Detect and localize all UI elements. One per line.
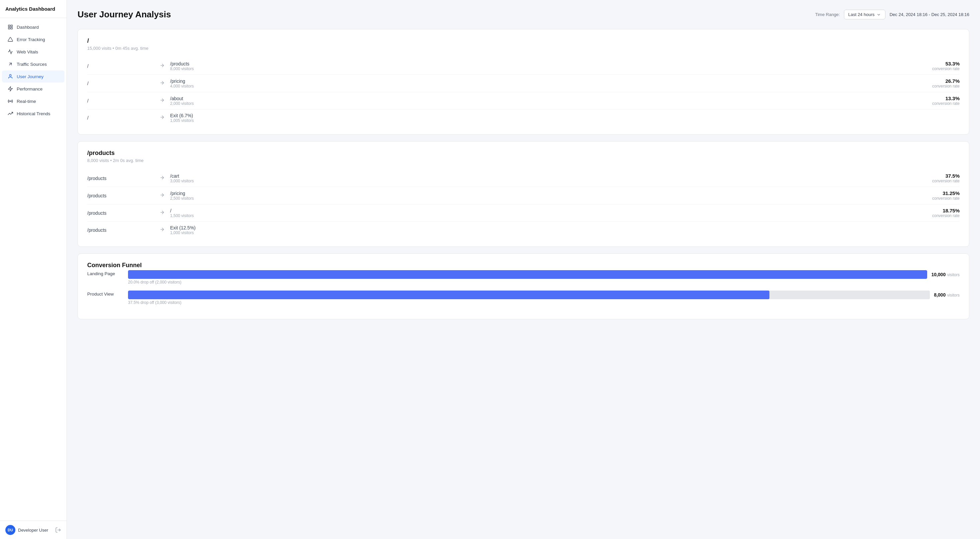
funnel-step-label: Landing Page (87, 271, 124, 276)
funnel-row: Product View 8,000 visitors 37.5% drop o… (87, 290, 959, 305)
arrow-icon (159, 210, 165, 216)
sidebar-item-historical-trends[interactable]: Historical Trends (2, 108, 65, 120)
page-header: User Journey Analysis Time Range: Last 2… (78, 10, 969, 20)
page-title: User Journey Analysis (78, 10, 171, 20)
journey-destination: /about 2,000 visitors (170, 96, 932, 106)
section-subtitle: 8,000 visits • 2m 0s avg. time (87, 158, 959, 163)
funnel-bar-fill (128, 270, 927, 279)
journey-rate: 31.25% conversion rate (932, 190, 959, 201)
avatar: DU (5, 525, 15, 535)
dest-name: /about (170, 96, 932, 101)
main-content: User Journey Analysis Time Range: Last 2… (67, 0, 980, 539)
funnel-card: Conversion Funnel Landing Page 10,000 vi… (78, 254, 969, 319)
funnel-dropoff: 37.5% drop off (3,000 visitors) (128, 300, 959, 305)
journey-row: /products / 1,500 visitors 18.75% conver… (87, 205, 959, 222)
svg-rect-0 (8, 25, 10, 27)
rate-pct: 37.5% (932, 173, 959, 179)
journey-destination: Exit (6.7%) 1,005 visitors (170, 113, 959, 123)
journey-section-products: /products 8,000 visits • 2m 0s avg. time… (78, 141, 969, 247)
rate-pct: 18.75% (932, 208, 959, 213)
triangle-icon (7, 36, 13, 43)
dest-name: /pricing (170, 78, 932, 84)
sidebar-item-dashboard[interactable]: Dashboard (2, 21, 65, 33)
journey-row: /products /cart 3,000 visitors 37.5% con… (87, 170, 959, 187)
chevron-down-icon (877, 13, 881, 17)
time-range-select[interactable]: Last 24 hours (844, 10, 886, 19)
journey-section-root: / 15,000 visits • 0m 45s avg. time / /pr… (78, 29, 969, 135)
journey-rate: 13.3% conversion rate (932, 95, 959, 106)
sidebar-item-error-tracking[interactable]: Error Tracking (2, 33, 65, 45)
rate-label: conversion rate (932, 101, 959, 106)
dest-visitors: 3,000 visitors (170, 179, 932, 183)
journey-row: / Exit (6.7%) 1,005 visitors (87, 109, 959, 126)
sidebar-item-real-time[interactable]: Real-time (2, 95, 65, 107)
nav-label: Traffic Sources (17, 62, 47, 67)
sidebar-footer: DU Developer User (0, 521, 67, 539)
journey-row: / /pricing 4,000 visitors 26.7% conversi… (87, 75, 959, 92)
funnel-visitors: 8,000 visitors (934, 292, 959, 298)
section-title: / (87, 37, 959, 44)
sidebar-item-web-vitals[interactable]: Web Vitals (2, 46, 65, 58)
dest-name: Exit (6.7%) (170, 113, 959, 118)
funnel-visitors-count: 8,000 (934, 292, 946, 298)
dest-visitors: 2,000 visitors (170, 101, 932, 106)
rate-pct: 53.3% (932, 61, 959, 67)
funnel-visitors-count: 10,000 (931, 272, 946, 277)
funnel-dropoff: 20.0% drop off (2,000 visitors) (128, 280, 959, 285)
time-range-value: Last 24 hours (848, 12, 875, 17)
dest-visitors: 1,500 visitors (170, 213, 932, 218)
activity-icon (7, 49, 13, 55)
funnel-bar-row: Landing Page 10,000 visitors (87, 270, 959, 279)
sidebar-title: Analytics Dashboard (0, 0, 67, 18)
section-subtitle: 15,000 visits • 0m 45s avg. time (87, 46, 959, 51)
rate-label: conversion rate (932, 213, 959, 218)
arrow-icon (159, 63, 165, 70)
footer-username: Developer User (18, 528, 48, 533)
journey-rate: 18.75% conversion rate (932, 208, 959, 218)
arrow-icon (159, 192, 165, 199)
dest-name: / (170, 208, 932, 213)
grid-icon (7, 24, 13, 30)
trending-up-icon (7, 111, 13, 117)
funnel-row: Landing Page 10,000 visitors 20.0% drop … (87, 270, 959, 285)
radio-icon (7, 98, 13, 104)
funnel-step-label: Product View (87, 292, 124, 296)
arrow-icon (159, 98, 165, 104)
dest-visitors: 8,000 visitors (170, 67, 932, 71)
dest-visitors: 1,000 visitors (170, 230, 959, 235)
funnel-title: Conversion Funnel (87, 262, 959, 269)
rate-label: conversion rate (932, 84, 959, 89)
date-range: Dec 24, 2024 18:16 - Dec 25, 2024 18:16 (889, 12, 969, 17)
arrow-icon (159, 227, 165, 233)
dest-name: /products (170, 61, 932, 67)
nav-label: Real-time (17, 99, 36, 104)
journey-rate: 53.3% conversion rate (932, 61, 959, 71)
funnel-bar-fill (128, 290, 769, 299)
dest-name: /cart (170, 173, 932, 179)
sidebar-item-user-journey[interactable]: User Journey (2, 70, 65, 82)
journey-destination: /cart 3,000 visitors (170, 173, 932, 183)
rate-pct: 13.3% (932, 95, 959, 101)
svg-marker-5 (8, 87, 13, 91)
svg-point-4 (10, 75, 11, 76)
sidebar-item-traffic-sources[interactable]: Traffic Sources (2, 58, 65, 70)
sidebar-item-performance[interactable]: Performance (2, 83, 65, 95)
funnel-visitors-label: visitors (947, 273, 959, 277)
sidebar: Analytics Dashboard DashboardError Track… (0, 0, 67, 539)
journey-source: / (87, 81, 154, 86)
arrow-icon (159, 175, 165, 182)
arrow-icon (159, 80, 165, 87)
funnel-visitors-label: visitors (947, 293, 959, 298)
user-icon (7, 73, 13, 79)
rate-label: conversion rate (932, 179, 959, 183)
rate-label: conversion rate (932, 196, 959, 201)
journey-row: /products Exit (12.5%) 1,000 visitors (87, 222, 959, 238)
rate-pct: 31.25% (932, 190, 959, 196)
nav-label: Error Tracking (17, 37, 45, 42)
journey-source: / (87, 98, 154, 103)
logout-icon (55, 527, 61, 533)
logout-button[interactable] (55, 527, 61, 533)
svg-rect-1 (11, 25, 13, 27)
dest-visitors: 2,500 visitors (170, 196, 932, 201)
dest-visitors: 1,005 visitors (170, 118, 959, 123)
